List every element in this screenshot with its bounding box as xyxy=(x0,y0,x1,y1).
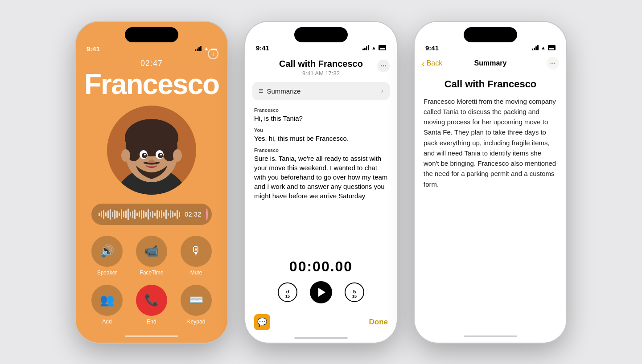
summarize-icon: ≡ xyxy=(259,86,263,96)
svg-point-10 xyxy=(158,153,163,158)
chat-bubble-icon[interactable]: 💬 xyxy=(254,314,270,330)
status-icons-2: ▲ ▬ xyxy=(362,45,386,50)
phone-active-call: 9:41 ▲ ▬ i 02:47 Francesco xyxy=(76,22,227,343)
playback-timer: 00:00.00 xyxy=(289,258,353,275)
svg-point-12 xyxy=(160,154,162,155)
sender-1: Francesco xyxy=(254,107,388,113)
svg-point-9 xyxy=(142,153,147,158)
mute-button[interactable]: 🎙 Mute xyxy=(178,236,214,276)
home-indicator-3 xyxy=(464,335,517,337)
transcript-subtitle: 9:41 AM 17:32 xyxy=(302,70,340,77)
battery-icon-3: ▬ xyxy=(548,45,556,50)
msg-text-2: Yes, hi, this must be Francesco. xyxy=(254,134,388,143)
done-button[interactable]: Done xyxy=(369,318,388,327)
phone-transcript: 9:41 ▲ ▬ Call with Francesco 9:41 AM 17:… xyxy=(245,22,397,343)
msg-text-1: Hi, is this Tania? xyxy=(254,114,388,123)
summarize-button[interactable]: ≡ Summarize › xyxy=(252,82,390,100)
status-bar-2: 9:41 ▲ ▬ xyxy=(245,42,397,53)
waveform-time: 02:32 xyxy=(185,210,202,218)
chevron-left-icon: ‹ xyxy=(422,59,425,68)
svg-point-14 xyxy=(121,149,130,162)
summary-nav: ‹ Back Summary ··· xyxy=(415,53,566,71)
record-button[interactable] xyxy=(206,208,208,221)
more-options-button[interactable]: ··· xyxy=(377,60,390,72)
skip-back-button[interactable]: ↺ 15 xyxy=(278,282,297,302)
playback-controls: ↺ 15 ↻ 15 xyxy=(278,281,364,303)
playback-section: 00:00.00 ↺ 15 ↻ 15 xyxy=(245,251,397,311)
phone2-bottom-bar: 💬 Done xyxy=(245,311,397,335)
summary-text: Francesco Moretti from the moving compan… xyxy=(424,96,557,189)
message-2: You Yes, hi, this must be Francesco. xyxy=(254,127,388,143)
summary-more-button[interactable]: ··· xyxy=(547,57,559,70)
end-button[interactable]: 📞 End xyxy=(134,285,169,325)
facetime-button[interactable]: 📹 FaceTime xyxy=(134,236,169,276)
home-indicator-1 xyxy=(125,335,178,337)
status-icons-3: ▲ ▬ xyxy=(532,45,556,50)
status-bar-3: 9:41 ▲ ▬ xyxy=(415,42,566,53)
status-bar-1: 9:41 ▲ ▬ xyxy=(76,42,227,55)
info-icon[interactable]: i xyxy=(208,49,218,59)
play-button[interactable] xyxy=(310,281,332,303)
transcript-scroll: Francesco Hi, is this Tania? You Yes, hi… xyxy=(245,102,397,251)
summarize-label: Summarize xyxy=(267,87,301,95)
signal-icon-3 xyxy=(532,45,539,50)
battery-icon-2: ▬ xyxy=(379,45,386,50)
memoji-svg xyxy=(107,106,196,195)
caller-name: Francesco xyxy=(84,70,219,98)
status-time-1: 9:41 xyxy=(86,45,100,53)
call-buttons-grid: 🔊 Speaker 📹 FaceTime 🎙 Mute 👥 Add 📞 End … xyxy=(89,236,214,325)
status-time-2: 9:41 xyxy=(256,44,269,52)
sender-2: You xyxy=(254,127,388,133)
dynamic-island xyxy=(125,27,178,42)
summary-title: Call with Francesco xyxy=(424,78,557,90)
signal-icon-2 xyxy=(362,45,369,50)
message-3: Francesco Sure is. Tania, we're all read… xyxy=(254,147,388,200)
speaker-button[interactable]: 🔊 Speaker xyxy=(89,236,125,276)
keypad-button[interactable]: ⌨️ Keypad xyxy=(178,285,214,325)
avatar xyxy=(107,106,196,195)
call-timer: 02:47 xyxy=(140,59,163,68)
message-1: Francesco Hi, is this Tania? xyxy=(254,107,388,123)
msg-text-3: Sure is. Tania, we're all ready to assis… xyxy=(254,154,388,200)
waveform-bar: 02:32 xyxy=(91,204,212,225)
waveform-waves xyxy=(99,209,180,220)
summary-nav-title: Summary xyxy=(474,59,507,67)
status-time-3: 9:41 xyxy=(425,44,439,52)
svg-point-11 xyxy=(144,154,146,155)
sender-3: Francesco xyxy=(254,147,388,153)
summary-content: Call with Francesco Francesco Moretti fr… xyxy=(415,71,566,332)
back-button[interactable]: ‹ Back xyxy=(422,59,442,68)
skip-forward-button[interactable]: ↻ 15 xyxy=(345,282,364,302)
wifi-icon-2: ▲ xyxy=(371,45,376,50)
transcript-title: Call with Francesco xyxy=(279,59,363,69)
wifi-icon-3: ▲ xyxy=(541,45,546,50)
summarize-chevron-icon: › xyxy=(381,87,383,95)
dynamic-island-3 xyxy=(464,27,517,42)
play-icon xyxy=(318,288,325,297)
phone-summary: 9:41 ▲ ▬ ‹ Back Summary ··· Call with xyxy=(415,22,566,343)
dynamic-island-2 xyxy=(294,27,348,42)
add-button[interactable]: 👥 Add xyxy=(89,285,125,325)
signal-icon xyxy=(195,46,202,51)
back-label: Back xyxy=(427,59,443,67)
home-indicator-2 xyxy=(294,337,348,339)
svg-point-15 xyxy=(173,149,182,162)
transcript-header: Call with Francesco 9:41 AM 17:32 ··· xyxy=(245,53,397,80)
